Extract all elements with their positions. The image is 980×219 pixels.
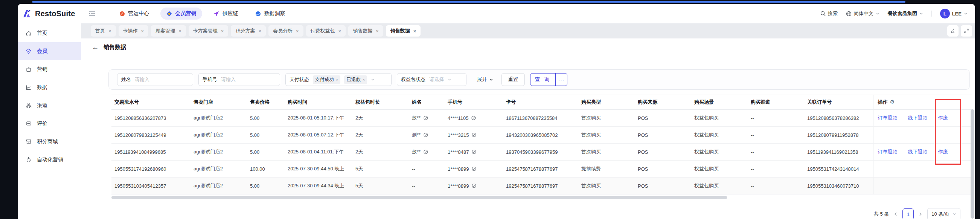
nav-data-insight[interactable]: 数据洞察 <box>249 8 291 19</box>
eye-off-icon[interactable] <box>423 115 428 121</box>
close-icon[interactable]: × <box>141 28 144 34</box>
sidebar-item-points-mall[interactable]: 积分商城 <box>18 133 81 151</box>
eye-off-icon[interactable] <box>471 149 477 155</box>
column-header: 购买渠道 <box>748 95 804 110</box>
close-icon[interactable]: × <box>414 28 417 34</box>
pay-status-select[interactable]: 支付状态 支付成功× 已退款× <box>285 73 391 86</box>
phone-input[interactable]: 请输入 <box>221 76 236 83</box>
sidebar-item-automation[interactable]: 自动化营销 <box>18 151 81 169</box>
tab-sales-data-active[interactable]: 销售数据× <box>386 25 421 37</box>
close-icon[interactable]: × <box>221 28 224 34</box>
page-title-bar: ← 销售数据 <box>81 38 975 56</box>
phone-field[interactable]: 手机号 请输入 <box>199 73 280 86</box>
column-header: 售卖门店 <box>191 95 247 110</box>
column-header: 权益包时长 <box>352 95 409 110</box>
window-vertical-scrollbar[interactable] <box>970 109 974 219</box>
open-tabs-bar: 首页× 卡操作× 顾客管理× 卡方案管理× 积分方案× 会员分析× 付费权益包×… <box>81 23 975 38</box>
robot-icon <box>25 157 32 163</box>
name-input[interactable]: 请输入 <box>135 76 150 83</box>
sidebar-item-data[interactable]: 数据 <box>18 78 81 96</box>
table-header-row: 交易流水号 售卖门店 售卖价格 购买时间 权益包时长 姓名 手机号 卡号 购买类… <box>111 95 972 110</box>
offline-refund-link[interactable]: 线下退款 <box>908 149 928 155</box>
close-icon[interactable]: × <box>108 28 111 34</box>
close-icon[interactable]: × <box>178 28 181 34</box>
eye-off-icon[interactable] <box>471 132 477 137</box>
nav-member-marketing[interactable]: 会员营销 <box>161 8 202 19</box>
sales-table: 交易流水号 售卖门店 售卖价格 购买时间 权益包时长 姓名 手机号 卡号 购买类… <box>111 94 972 195</box>
tab-card-operation[interactable]: 卡操作× <box>119 25 149 37</box>
next-page-icon[interactable] <box>919 212 923 216</box>
clear-tabs-button[interactable] <box>947 25 959 37</box>
org-switcher[interactable]: 餐饮食品集团 <box>888 10 923 17</box>
column-header: 手机号 <box>445 95 503 110</box>
prev-page-icon[interactable] <box>894 212 897 216</box>
tab-home[interactable]: 首页× <box>91 25 116 37</box>
tabbar-actions <box>947 25 972 37</box>
close-icon[interactable]: × <box>363 77 365 82</box>
tab-paid-benefit-package[interactable]: 付费权益包× <box>306 25 346 37</box>
nav-supply-chain[interactable]: 供应链 <box>207 8 244 19</box>
user-menu[interactable]: L LEE <box>940 9 967 18</box>
eye-off-icon[interactable] <box>423 149 428 155</box>
pay-status-tag: 已退款× <box>344 75 367 84</box>
tab-sales-data[interactable]: 销售数据× <box>348 25 383 37</box>
gear-icon[interactable]: ⚙ <box>890 99 895 105</box>
tab-card-plan-mgmt[interactable]: 卡方案管理× <box>189 25 229 37</box>
close-icon[interactable]: × <box>258 28 261 34</box>
brand-logo: RestoSuite <box>22 9 75 18</box>
void-link[interactable]: 作废 <box>938 115 948 121</box>
offline-refund-link[interactable]: 线下退款 <box>908 115 928 121</box>
close-icon[interactable]: × <box>336 77 338 82</box>
query-split-button: 查 询 ··· <box>530 73 567 86</box>
nav-operations-center[interactable]: 营运中心 <box>113 8 155 19</box>
page-size-select[interactable]: 10 条/页 <box>927 208 961 219</box>
comment-icon <box>25 121 32 127</box>
eye-off-icon[interactable] <box>471 166 477 171</box>
page-content: 姓名 请输入 手机号 请输入 支付状态 支付成功× 已退款× <box>81 56 975 219</box>
query-more-button[interactable]: ··· <box>556 74 567 86</box>
tab-member-analysis[interactable]: 会员分析× <box>269 25 304 37</box>
query-button[interactable]: 查 询 <box>530 74 556 86</box>
page-number[interactable]: 1 <box>902 208 914 219</box>
tab-customer-mgmt[interactable]: 顾客管理× <box>151 25 186 37</box>
close-icon[interactable]: × <box>296 28 299 34</box>
main-area: 首页× 卡操作× 顾客管理× 卡方案管理× 积分方案× 会员分析× 付费权益包×… <box>81 23 975 219</box>
close-icon[interactable]: × <box>376 28 379 34</box>
chevron-down-icon <box>964 12 967 16</box>
fullscreen-icon <box>964 28 969 34</box>
sidebar-item-marketing[interactable]: 营销 <box>18 60 81 78</box>
eye-off-icon[interactable] <box>471 115 476 121</box>
sidebar-item-member[interactable]: 会员 <box>18 42 81 60</box>
back-arrow-icon[interactable]: ← <box>92 44 99 51</box>
sidebar-fold-icon[interactable] <box>89 11 95 17</box>
language-switcher[interactable]: 简体中文 <box>846 10 880 17</box>
column-header-actions: 操作⚙ <box>873 95 972 110</box>
network-icon <box>25 102 32 109</box>
sidebar-item-home[interactable]: 首页 <box>18 24 81 42</box>
table-horizontal-scrollbar[interactable] <box>111 196 727 199</box>
sidebar: 首页 会员 营销 数据 渠道 <box>18 23 81 219</box>
void-link[interactable]: 作废 <box>938 149 948 155</box>
close-icon[interactable]: × <box>339 28 342 34</box>
brand-logo-icon <box>22 9 32 18</box>
brand-name: RestoSuite <box>35 10 75 18</box>
sidebar-item-channel[interactable]: 渠道 <box>18 96 81 115</box>
sidebar-item-review[interactable]: 评价 <box>18 115 81 133</box>
fullscreen-button[interactable] <box>961 25 972 37</box>
chevron-down-icon <box>953 212 956 216</box>
global-search[interactable]: 搜索 <box>820 10 838 17</box>
top-nav: 营运中心 会员营销 供应链 数据洞察 <box>113 8 291 19</box>
chevron-down-icon <box>920 12 923 16</box>
chevron-down-icon <box>876 12 880 16</box>
order-refund-link[interactable]: 订单退款 <box>878 149 897 155</box>
name-field[interactable]: 姓名 请输入 <box>117 73 193 86</box>
order-refund-link[interactable]: 订单退款 <box>878 115 897 121</box>
expand-filters-toggle[interactable]: 展开 <box>477 76 493 83</box>
tab-points-plan[interactable]: 积分方案× <box>231 25 266 37</box>
reset-button[interactable]: 重置 <box>501 73 525 86</box>
user-name: LEE <box>952 11 962 17</box>
package-status-select[interactable]: 权益包状态 请选择 <box>397 73 466 86</box>
eye-off-icon[interactable] <box>423 132 428 137</box>
page-title: 销售数据 <box>103 44 126 51</box>
eye-off-icon[interactable] <box>471 183 477 189</box>
